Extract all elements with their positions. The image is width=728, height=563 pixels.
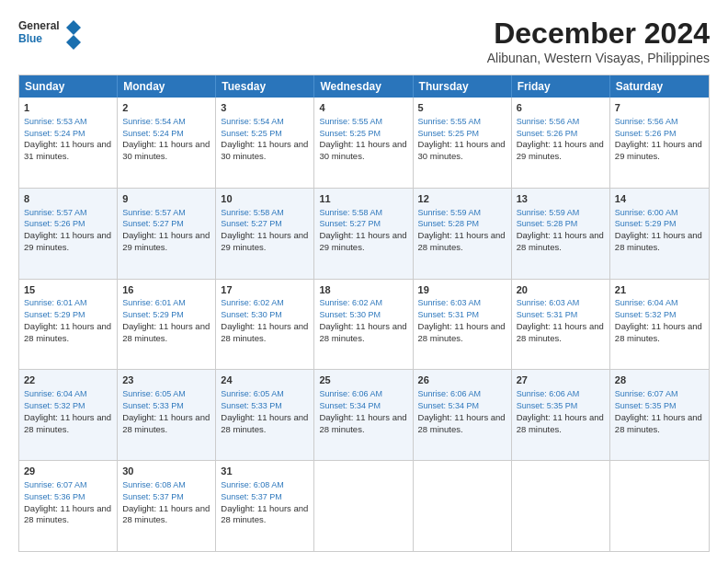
cal-cell: 12 Sunrise: 5:59 AM Sunset: 5:28 PM Dayl… (414, 189, 512, 279)
header-saturday: Saturday (610, 75, 709, 98)
cal-row: 22 Sunrise: 6:04 AM Sunset: 5:32 PM Dayl… (19, 369, 709, 460)
cal-cell: 20 Sunrise: 6:03 AM Sunset: 5:31 PM Dayl… (512, 280, 610, 370)
cal-cell: 6 Sunrise: 5:56 AM Sunset: 5:26 PM Dayli… (512, 98, 610, 188)
cal-cell: 2 Sunrise: 5:54 AM Sunset: 5:24 PM Dayli… (118, 98, 216, 188)
location: Alibunan, Western Visayas, Philippines (487, 51, 710, 65)
header-tuesday: Tuesday (216, 75, 314, 98)
calendar-body: 1 Sunrise: 5:53 AM Sunset: 5:24 PM Dayli… (19, 98, 709, 551)
cal-cell: 21 Sunrise: 6:04 AM Sunset: 5:32 PM Dayl… (610, 280, 709, 370)
cal-cell: 18 Sunrise: 6:02 AM Sunset: 5:30 PM Dayl… (314, 280, 413, 370)
cal-cell: 15 Sunrise: 6:01 AM Sunset: 5:29 PM Dayl… (19, 280, 118, 370)
cal-cell: 4 Sunrise: 5:55 AM Sunset: 5:25 PM Dayli… (314, 98, 413, 188)
cal-cell: 31 Sunrise: 6:08 AM Sunset: 5:37 PM Dayl… (216, 461, 314, 551)
logo: General Blue (18, 17, 83, 52)
cal-cell: 13 Sunrise: 5:59 AM Sunset: 5:28 PM Dayl… (512, 189, 610, 279)
header-sunday: Sunday (19, 75, 118, 98)
cal-cell: 23 Sunrise: 6:05 AM Sunset: 5:33 PM Dayl… (118, 370, 216, 460)
cal-cell: 29 Sunrise: 6:07 AM Sunset: 5:36 PM Dayl… (19, 461, 118, 551)
cal-cell: 14 Sunrise: 6:00 AM Sunset: 5:29 PM Dayl… (610, 189, 709, 279)
cal-cell: 16 Sunrise: 6:01 AM Sunset: 5:29 PM Dayl… (118, 280, 216, 370)
cal-row: 29 Sunrise: 6:07 AM Sunset: 5:36 PM Dayl… (19, 460, 709, 551)
cal-cell: 10 Sunrise: 5:58 AM Sunset: 5:27 PM Dayl… (216, 189, 314, 279)
cal-cell: 22 Sunrise: 6:04 AM Sunset: 5:32 PM Dayl… (19, 370, 118, 460)
cal-cell: 7 Sunrise: 5:56 AM Sunset: 5:26 PM Dayli… (610, 98, 709, 188)
logo-svg: General Blue (18, 17, 83, 52)
header: General Blue December 2024 Alibunan, Wes… (18, 17, 710, 65)
cal-cell: 19 Sunrise: 6:03 AM Sunset: 5:31 PM Dayl… (414, 280, 512, 370)
cal-cell: 28 Sunrise: 6:07 AM Sunset: 5:35 PM Dayl… (610, 370, 709, 460)
cal-row: 1 Sunrise: 5:53 AM Sunset: 5:24 PM Dayli… (19, 98, 709, 188)
header-monday: Monday (118, 75, 216, 98)
cal-cell: 24 Sunrise: 6:05 AM Sunset: 5:33 PM Dayl… (216, 370, 314, 460)
header-wednesday: Wednesday (314, 75, 413, 98)
cal-cell: 8 Sunrise: 5:57 AM Sunset: 5:26 PM Dayli… (19, 189, 118, 279)
cal-cell: 5 Sunrise: 5:55 AM Sunset: 5:25 PM Dayli… (414, 98, 512, 188)
month-title: December 2024 (487, 17, 710, 51)
cal-cell: 9 Sunrise: 5:57 AM Sunset: 5:27 PM Dayli… (118, 189, 216, 279)
header-thursday: Thursday (414, 75, 512, 98)
header-friday: Friday (512, 75, 610, 98)
title-block: December 2024 Alibunan, Western Visayas,… (487, 17, 710, 65)
cal-cell (414, 461, 512, 551)
svg-text:General: General (18, 19, 60, 32)
calendar-header: Sunday Monday Tuesday Wednesday Thursday… (19, 75, 709, 98)
calendar: Sunday Monday Tuesday Wednesday Thursday… (18, 75, 710, 552)
cal-cell: 3 Sunrise: 5:54 AM Sunset: 5:25 PM Dayli… (216, 98, 314, 188)
cal-row: 15 Sunrise: 6:01 AM Sunset: 5:29 PM Dayl… (19, 279, 709, 370)
cal-cell: 27 Sunrise: 6:06 AM Sunset: 5:35 PM Dayl… (512, 370, 610, 460)
cal-cell: 17 Sunrise: 6:02 AM Sunset: 5:30 PM Dayl… (216, 280, 314, 370)
cal-cell: 30 Sunrise: 6:08 AM Sunset: 5:37 PM Dayl… (118, 461, 216, 551)
cal-cell: 1 Sunrise: 5:53 AM Sunset: 5:24 PM Dayli… (19, 98, 118, 188)
cal-row: 8 Sunrise: 5:57 AM Sunset: 5:26 PM Dayli… (19, 188, 709, 279)
svg-marker-2 (66, 20, 81, 50)
cal-cell (512, 461, 610, 551)
svg-text:Blue: Blue (18, 32, 42, 45)
page: General Blue December 2024 Alibunan, Wes… (0, 0, 728, 563)
cal-cell (610, 461, 709, 551)
cal-cell: 11 Sunrise: 5:58 AM Sunset: 5:27 PM Dayl… (314, 189, 413, 279)
cal-cell: 25 Sunrise: 6:06 AM Sunset: 5:34 PM Dayl… (314, 370, 413, 460)
cal-cell (314, 461, 413, 551)
cal-cell: 26 Sunrise: 6:06 AM Sunset: 5:34 PM Dayl… (414, 370, 512, 460)
